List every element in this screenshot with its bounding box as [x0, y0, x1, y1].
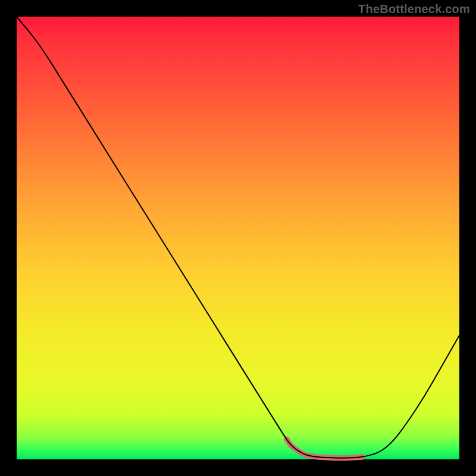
watermark-text: TheBottleneck.com: [358, 2, 470, 16]
curve-svg: [17, 17, 459, 459]
optimal-range-highlight: [287, 440, 362, 458]
chart-frame: TheBottleneck.com: [0, 0, 476, 476]
bottleneck-curve: [17, 17, 459, 458]
plot-area: [17, 17, 459, 459]
